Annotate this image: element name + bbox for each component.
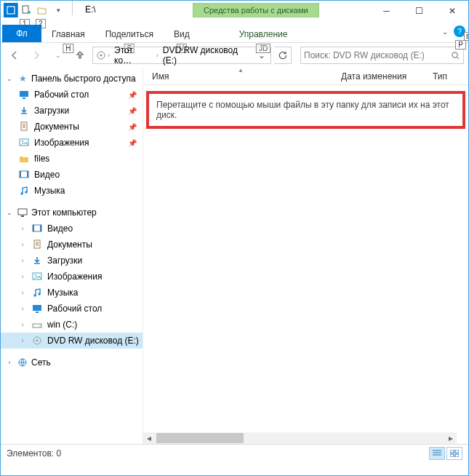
scroll-left-icon[interactable]: ◂ <box>143 432 155 444</box>
breadcrumb-seg-1[interactable]: Этот ко… <box>111 45 155 66</box>
column-type[interactable]: Тип <box>424 71 456 82</box>
tab-share[interactable]: Поделиться S <box>95 26 164 42</box>
sidebar-group-network[interactable]: Сеть <box>1 354 143 370</box>
qat-properties-icon[interactable]: 1 <box>18 2 34 18</box>
horizontal-scrollbar[interactable]: ◂ ▸ <box>143 432 457 444</box>
sidebar-item[interactable]: Документы📌 <box>1 119 143 135</box>
expand-icon[interactable]: › <box>18 241 27 248</box>
burn-hint-text: Перетащите с помощью мыши файлы в эту па… <box>156 100 449 120</box>
pin-icon: 📌 <box>128 91 137 99</box>
sidebar-item[interactable]: ›Документы <box>1 237 143 253</box>
qat-dropdown-icon[interactable]: ▾ <box>50 2 66 18</box>
caret-open-icon[interactable] <box>5 75 14 82</box>
sidebar-item[interactable]: ›Загрузки <box>1 253 143 269</box>
maximize-button[interactable]: ☐ <box>403 1 436 21</box>
column-date-label: Дата изменения <box>341 71 406 82</box>
search-placeholder: Поиск: DVD RW дисковод (E:) <box>304 50 425 60</box>
music-icon <box>18 185 30 197</box>
sidebar-item[interactable]: Загрузки📌 <box>1 103 143 119</box>
sidebar-item[interactable]: ›Видео <box>1 221 143 237</box>
sidebar-item[interactable]: Рабочий стол📌 <box>1 87 143 103</box>
expand-icon[interactable]: › <box>18 273 27 280</box>
svg-rect-46 <box>455 454 459 457</box>
scroll-thumb[interactable] <box>156 433 244 443</box>
sidebar-group-thispc[interactable]: Этот компьютер <box>1 205 143 221</box>
svg-rect-7 <box>20 91 28 97</box>
sidebar-item[interactable]: Изображения📌 <box>1 135 143 151</box>
breadcrumb-seg-2[interactable]: DVD RW дисковод (E:) <box>160 45 254 66</box>
svg-rect-23 <box>33 225 34 231</box>
chevron-right-icon[interactable]: › <box>108 52 110 59</box>
svg-rect-1 <box>23 6 28 13</box>
svg-point-14 <box>22 140 23 142</box>
contextual-tab-label: Средства работы с дисками <box>193 3 319 17</box>
search-input[interactable]: Поиск: DVD RW дисковод (E:) P <box>300 47 464 64</box>
svg-point-4 <box>100 55 103 57</box>
address-breadcrumb[interactable]: › Этот ко… › DVD RW дисковод (E:) ⌄ <box>92 47 271 64</box>
drive-icon <box>96 50 106 60</box>
ribbon-collapse-icon[interactable]: ⌄ <box>442 28 448 36</box>
search-icon[interactable] <box>451 51 460 60</box>
file-tab[interactable]: Фл <box>2 25 41 42</box>
expand-icon[interactable]: › <box>18 305 27 312</box>
breadcrumb-dropdown-icon[interactable]: ⌄ <box>256 50 268 60</box>
sidebar-item[interactable]: ›Изображения <box>1 269 143 285</box>
status-item-count: Элементов: 0 <box>7 448 61 459</box>
svg-point-36 <box>39 325 41 327</box>
sidebar-item[interactable]: ›win (C:) <box>1 317 143 333</box>
column-name[interactable]: Имя ▲ <box>143 71 332 82</box>
expand-icon[interactable]: › <box>18 289 27 296</box>
qat-newfolder-icon[interactable]: 2 <box>34 2 50 18</box>
minimize-button[interactable]: ─ <box>370 1 403 21</box>
sidebar-item-label: Видео <box>34 170 60 180</box>
video-icon <box>18 169 30 181</box>
close-button[interactable]: ✕ <box>436 1 468 21</box>
svg-point-38 <box>36 340 39 342</box>
sidebar-item[interactable]: Видео <box>1 167 143 183</box>
svg-point-5 <box>452 52 457 57</box>
expand-icon[interactable]: › <box>18 321 27 328</box>
sidebar-item[interactable]: ›DVD RW дисковод (E:) <box>1 333 143 349</box>
svg-point-30 <box>35 274 36 276</box>
sidebar-item[interactable]: ›Музыка <box>1 285 143 301</box>
system-menu-icon[interactable] <box>4 3 18 17</box>
qat-separator <box>72 1 76 15</box>
folder-icon <box>18 153 30 164</box>
dl-icon <box>31 255 43 266</box>
pin-icon: 📌 <box>128 123 137 131</box>
svg-rect-16 <box>20 171 21 178</box>
help-icon[interactable]: ? E <box>454 25 465 37</box>
chevron-right-icon[interactable]: › <box>156 52 159 59</box>
expand-icon[interactable]: › <box>18 257 27 264</box>
tab-view[interactable]: Вид V <box>164 26 200 42</box>
body: ★ Панель быстрого доступа Рабочий стол📌З… <box>1 68 468 444</box>
view-details-button[interactable] <box>429 447 445 460</box>
refresh-button[interactable] <box>274 47 292 64</box>
sidebar-item-label: Рабочий стол <box>34 90 89 100</box>
pc-icon <box>17 207 28 218</box>
nav-back-button[interactable] <box>5 46 24 65</box>
view-largeicons-button[interactable] <box>446 447 462 460</box>
content-pane: Имя ▲ Дата изменения Тип Перетащите с по… <box>143 68 468 444</box>
pin-icon: 📌 <box>128 107 137 115</box>
sidebar-item[interactable]: Музыка <box>1 183 143 199</box>
sidebar-group-quickaccess[interactable]: ★ Панель быстрого доступа <box>1 71 143 87</box>
expand-icon[interactable]: › <box>18 337 27 344</box>
status-bar: Элементов: 0 <box>1 444 468 461</box>
doc-icon <box>31 239 43 250</box>
caret-open-icon[interactable] <box>5 209 14 216</box>
caret-closed-icon[interactable] <box>5 359 14 366</box>
column-date[interactable]: Дата изменения <box>332 71 424 82</box>
svg-rect-45 <box>450 454 454 457</box>
tab-share-label: Поделиться <box>105 29 153 39</box>
tab-home[interactable]: Главная H <box>41 26 95 42</box>
nav-forward-button[interactable] <box>27 46 46 65</box>
column-headers: Имя ▲ Дата изменения Тип <box>143 68 468 85</box>
sidebar-item[interactable]: files <box>1 151 143 167</box>
expand-icon[interactable]: › <box>18 225 27 232</box>
tab-manage[interactable]: Управление JD <box>229 26 298 42</box>
scroll-right-icon[interactable]: ▸ <box>445 432 457 444</box>
sidebar-item[interactable]: ›Рабочий стол <box>1 301 143 317</box>
star-icon: ★ <box>17 73 28 84</box>
svg-rect-33 <box>33 305 41 311</box>
